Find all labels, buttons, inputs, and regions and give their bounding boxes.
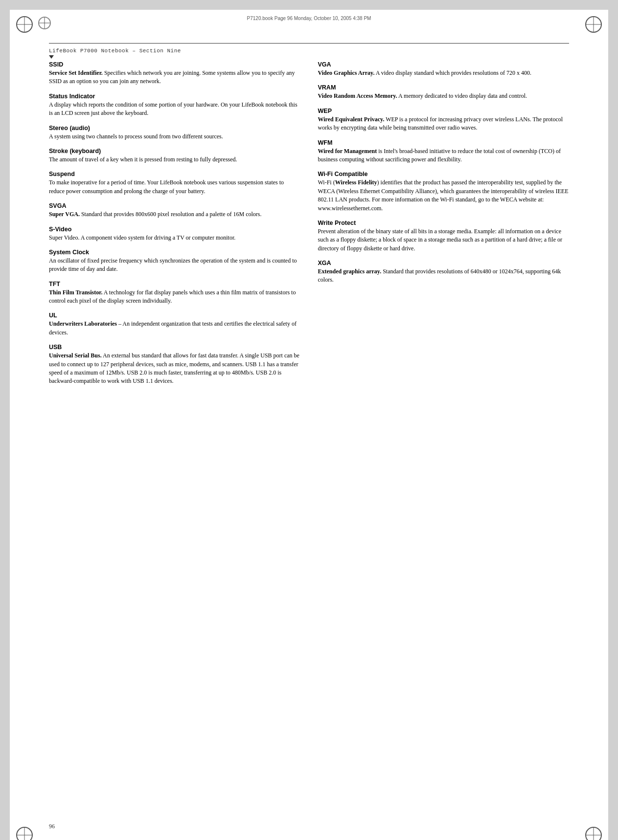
entry-term-ul: UL bbox=[49, 312, 300, 319]
entry-term-suspend: Suspend bbox=[49, 171, 300, 177]
glossary-entry-usb: USBUniversal Serial Bus. An external bus… bbox=[49, 344, 300, 386]
glossary-entry-suspend: SuspendTo make inoperative for a period … bbox=[49, 171, 300, 196]
entry-body-suspend: To make inoperative for a period of time… bbox=[49, 178, 300, 196]
content-area: SSIDService Set Identifier. Specifies wh… bbox=[49, 61, 569, 811]
entry-body-vga: Video Graphics Array. A video display st… bbox=[318, 69, 570, 77]
entry-term-vga: VGA bbox=[318, 61, 570, 68]
entry-body-tft: Thin Film Transistor. A technology for f… bbox=[49, 288, 300, 306]
entry-body-wfm: Wired for Management is Intel's broad-ba… bbox=[318, 147, 570, 164]
corner-mark-bottom-left bbox=[15, 825, 34, 840]
entry-body-xga: Extended graphics array. Standard that p… bbox=[318, 267, 570, 285]
spiral-binding-icon bbox=[38, 17, 53, 31]
glossary-entry-svga: SVGASuper VGA. Standard that provides 80… bbox=[49, 202, 300, 219]
entry-term-xga: XGA bbox=[318, 260, 570, 266]
entry-term-tft: TFT bbox=[49, 281, 300, 287]
entry-term-wi-fi-compatible: Wi-Fi Compatible bbox=[318, 171, 570, 177]
glossary-entry-s-video: S-VideoSuper Video. A component video sy… bbox=[49, 226, 300, 242]
header-arrow-icon bbox=[49, 55, 54, 59]
entry-term-system-clock: System Clock bbox=[49, 249, 300, 256]
glossary-entry-tft: TFTThin Film Transistor. A technology fo… bbox=[49, 281, 300, 306]
entry-term-vram: VRAM bbox=[318, 84, 570, 91]
entry-term-usb: USB bbox=[49, 344, 300, 351]
glossary-entry-wi-fi-compatible: Wi-Fi CompatibleWi-Fi (Wireless Fidelity… bbox=[318, 171, 570, 213]
corner-mark-top-left bbox=[15, 15, 34, 34]
entry-body-wi-fi-compatible: Wi-Fi (Wireless Fidelity) identifies tha… bbox=[318, 178, 570, 213]
entry-body-usb: Universal Serial Bus. An external bus st… bbox=[49, 352, 300, 386]
glossary-entry-system-clock: System ClockAn oscillator of fixed preci… bbox=[49, 249, 300, 274]
page-header: LifeBook P7000 Notebook – Section Nine bbox=[49, 43, 569, 59]
glossary-entry-ul: ULUnderwriters Laboratories – An indepen… bbox=[49, 312, 300, 337]
glossary-entry-stroke-keyboard: Stroke (keyboard)The amount of travel of… bbox=[49, 148, 300, 164]
right-column: VGAVideo Graphics Array. A video display… bbox=[318, 61, 570, 811]
glossary-entry-wfm: WFMWired for Management is Intel's broad… bbox=[318, 139, 570, 164]
page-number: 96 bbox=[49, 823, 55, 830]
file-info: P7120.book Page 96 Monday, October 10, 2… bbox=[247, 16, 371, 21]
corner-mark-bottom-right bbox=[584, 825, 603, 840]
entry-term-stroke-keyboard: Stroke (keyboard) bbox=[49, 148, 300, 155]
left-column: SSIDService Set Identifier. Specifies wh… bbox=[49, 61, 300, 811]
entry-body-stroke-keyboard: The amount of travel of a key when it is… bbox=[49, 155, 300, 164]
entry-term-ssid: SSID bbox=[49, 61, 300, 68]
glossary-entry-stereo-audio: Stereo (audio)A system using two channel… bbox=[49, 125, 300, 141]
entry-body-ul: Underwriters Laboratories – An independe… bbox=[49, 320, 300, 337]
glossary-entry-status-indicator: Status IndicatorA display which reports … bbox=[49, 93, 300, 118]
entry-term-status-indicator: Status Indicator bbox=[49, 93, 300, 100]
glossary-entry-vga: VGAVideo Graphics Array. A video display… bbox=[318, 61, 570, 77]
glossary-entry-wep: WEPWired Equivalent Privacy. WEP is a pr… bbox=[318, 108, 570, 133]
entry-body-stereo-audio: A system using two channels to process s… bbox=[49, 133, 300, 141]
glossary-entry-vram: VRAMVideo Random Access Memory. A memory… bbox=[318, 84, 570, 100]
entry-body-s-video: Super Video. A component video system fo… bbox=[49, 234, 300, 242]
glossary-entry-ssid: SSIDService Set Identifier. Specifies wh… bbox=[49, 61, 300, 86]
entry-body-status-indicator: A display which reports the condition of… bbox=[49, 101, 300, 118]
glossary-entry-write-protect: Write ProtectPrevent alteration of the b… bbox=[318, 220, 570, 253]
entry-term-stereo-audio: Stereo (audio) bbox=[49, 125, 300, 132]
entry-term-svga: SVGA bbox=[49, 202, 300, 209]
corner-mark-top-right bbox=[584, 15, 603, 34]
entry-body-ssid: Service Set Identifier. Specifies which … bbox=[49, 69, 300, 86]
entry-term-wep: WEP bbox=[318, 108, 570, 114]
entry-term-s-video: S-Video bbox=[49, 226, 300, 233]
page: P7120.book Page 96 Monday, October 10, 2… bbox=[10, 10, 608, 840]
entry-term-write-protect: Write Protect bbox=[318, 220, 570, 226]
entry-body-write-protect: Prevent alteration of the binary state o… bbox=[318, 227, 570, 253]
entry-body-vram: Video Random Access Memory. A memory ded… bbox=[318, 92, 570, 100]
header-text: LifeBook P7000 Notebook – Section Nine bbox=[49, 48, 181, 54]
entry-term-wfm: WFM bbox=[318, 139, 570, 146]
entry-body-svga: Super VGA. Standard that provides 800x60… bbox=[49, 210, 300, 219]
glossary-entry-xga: XGAExtended graphics array. Standard tha… bbox=[318, 260, 570, 285]
entry-body-wep: Wired Equivalent Privacy. WEP is a proto… bbox=[318, 115, 570, 133]
entry-body-system-clock: An oscillator of fixed precise frequency… bbox=[49, 257, 300, 274]
